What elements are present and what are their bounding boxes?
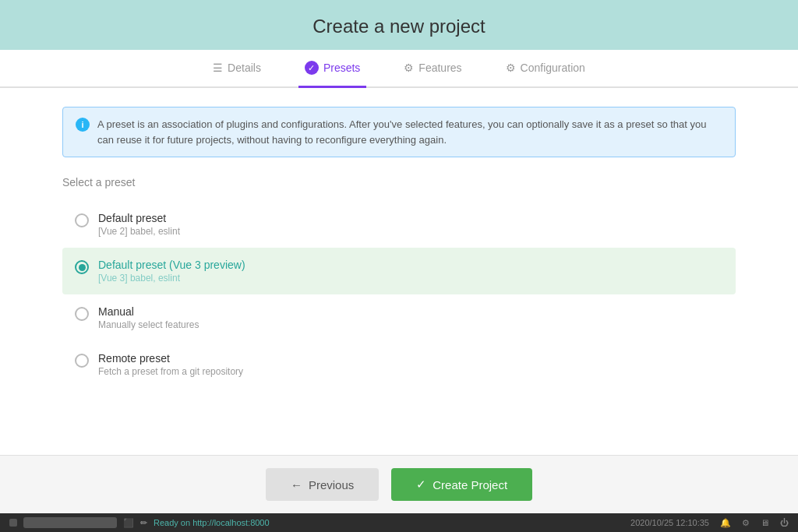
tab-configuration[interactable]: ⚙ Configuration [500, 51, 591, 87]
preset-text-remote: Remote preset Fetch a preset from a git … [98, 352, 243, 377]
preset-text-manual: Manual Manually select features [98, 305, 199, 330]
info-banner-text: A preset is an association of plugins an… [97, 117, 722, 147]
statusbar-icon-power: ⏻ [780, 518, 789, 527]
preset-item-manual[interactable]: Manual Manually select features [62, 294, 736, 341]
page-header: Create a new project ☰ Details ✓ Presets… [0, 0, 798, 88]
preset-sublabel-remote: Fetch a preset from a git repository [98, 366, 243, 377]
features-icon: ⚙ [404, 62, 414, 74]
statusbar-timestamp: 2020/10/25 12:10:35 [630, 518, 709, 527]
statusbar-icon-monitor: 🖥 [761, 518, 769, 527]
tab-details[interactable]: ☰ Details [207, 51, 267, 87]
preset-label-remote: Remote preset [98, 352, 243, 365]
radio-manual[interactable] [75, 307, 89, 321]
previous-button[interactable]: ← Previous [266, 468, 379, 501]
statusbar-dot [9, 519, 17, 527]
preset-sublabel-default: [Vue 2] babel, eslint [98, 226, 180, 237]
radio-default[interactable] [75, 213, 89, 227]
preset-item-default-vue3[interactable]: Default preset (Vue 3 preview) [Vue 3] b… [62, 248, 736, 294]
info-icon: i [76, 118, 90, 132]
radio-remote[interactable] [75, 354, 89, 368]
statusbar: ⬛ ✏ Ready on http://localhost:8000 2020/… [0, 513, 798, 532]
tab-presets[interactable]: ✓ Presets [298, 50, 366, 88]
create-project-button[interactable]: ✓ Create Project [391, 468, 532, 501]
preset-text-default: Default preset [Vue 2] babel, eslint [98, 212, 180, 237]
statusbar-left: ⬛ ✏ Ready on http://localhost:8000 [9, 517, 270, 528]
statusbar-url-bar [23, 517, 117, 528]
radio-inner-vue3 [79, 264, 86, 271]
main-content: i A preset is an association of plugins … [0, 88, 798, 455]
preset-text-vue3: Default preset (Vue 3 preview) [Vue 3] b… [98, 259, 245, 284]
tab-features[interactable]: ⚙ Features [397, 51, 468, 87]
arrow-left-icon: ← [291, 478, 302, 491]
preset-label-vue3: Default preset (Vue 3 preview) [98, 259, 245, 271]
list-icon: ☰ [213, 62, 223, 74]
page-title: Create a new project [312, 16, 485, 37]
info-banner: i A preset is an association of plugins … [62, 107, 736, 157]
previous-label: Previous [309, 478, 354, 491]
section-label: Select a preset [62, 176, 736, 188]
preset-list: Default preset [Vue 2] babel, eslint Def… [62, 201, 736, 388]
statusbar-icon-terminal: ⬛ [123, 518, 134, 528]
preset-label-manual: Manual [98, 305, 199, 318]
statusbar-right: 2020/10/25 12:10:35 🔔 ⚙ 🖥 ⏻ [630, 518, 789, 528]
preset-item-remote[interactable]: Remote preset Fetch a preset from a git … [62, 341, 736, 388]
statusbar-icon-bell: 🔔 [720, 518, 731, 528]
tab-bar: ☰ Details ✓ Presets ⚙ Features ⚙ Configu… [0, 50, 798, 88]
statusbar-icon-settings: ⚙ [742, 518, 750, 528]
create-label: Create Project [433, 478, 507, 491]
preset-label-default: Default preset [98, 212, 180, 224]
radio-default-vue3[interactable] [75, 260, 89, 274]
statusbar-icon-edit: ✏ [140, 518, 147, 528]
preset-sublabel-manual: Manually select features [98, 319, 199, 330]
statusbar-ready-text: Ready on http://localhost:8000 [154, 518, 270, 527]
preset-sublabel-vue3: [Vue 3] babel, eslint [98, 273, 245, 284]
gear-icon: ⚙ [506, 62, 516, 74]
footer: ← Previous ✓ Create Project [0, 455, 798, 513]
preset-item-default[interactable]: Default preset [Vue 2] babel, eslint [62, 201, 736, 248]
check-circle-icon: ✓ [305, 61, 319, 75]
check-icon: ✓ [416, 477, 426, 491]
